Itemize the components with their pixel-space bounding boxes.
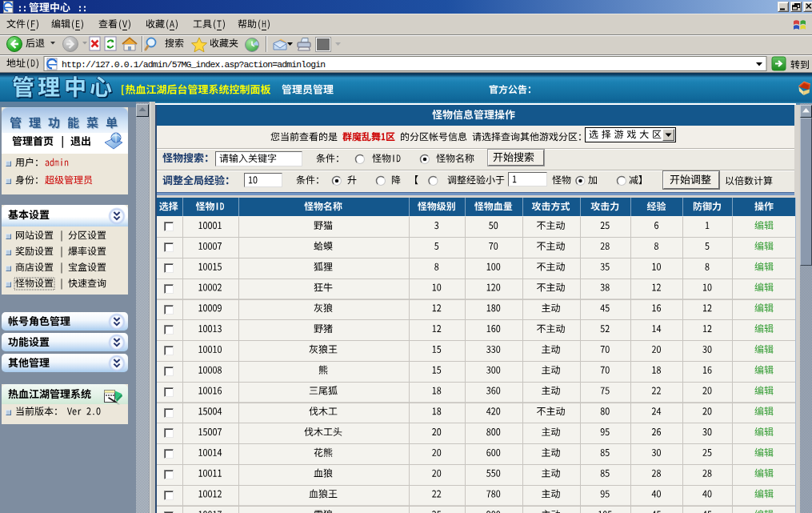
svg-text:http://127.0.0.1/admin/57MG_in: http://127.0.0.1/admin/57MG_index.asp?ac…: [62, 60, 326, 70]
